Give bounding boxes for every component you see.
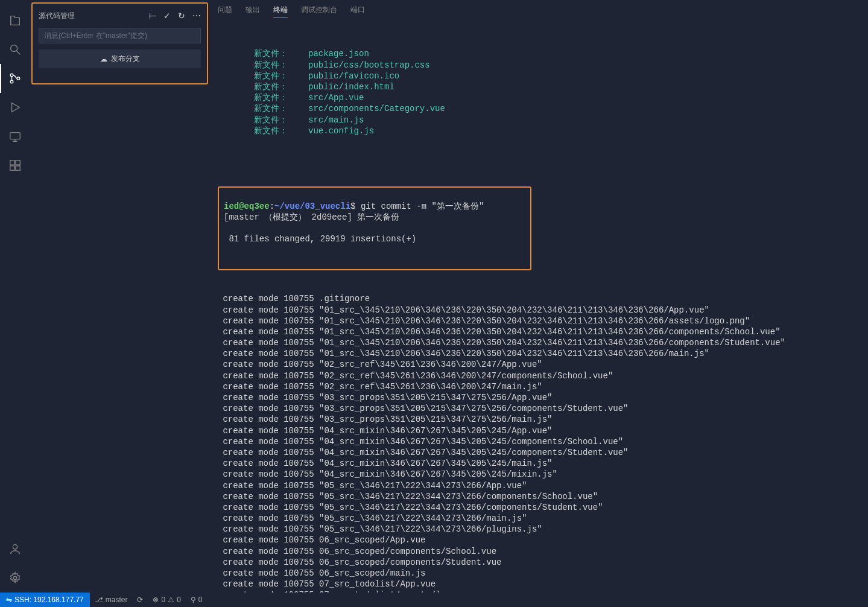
create-mode-line: create mode 100755 "05_src_\346\217\222\… (218, 513, 860, 524)
cloud-upload-icon: ☁ (100, 55, 107, 63)
svg-rect-8 (10, 160, 14, 165)
status-sync[interactable]: ⟳ (132, 596, 148, 604)
new-file-label: 新文件： (254, 92, 308, 103)
create-mode-line: create mode 100755 "01_src_\345\210\206\… (218, 337, 860, 348)
create-mode-line: create mode 100755 "04_src_mixin\346\267… (218, 447, 860, 458)
svg-rect-10 (10, 166, 14, 170)
settings-gear-icon[interactable] (0, 564, 30, 593)
publish-label: 发布分支 (111, 54, 140, 64)
source-control-sidebar: 源代码管理 ⊢ ✓ ↻ ⋯ ☁ 发布分支 (31, 2, 208, 84)
status-remote[interactable]: ⇋ SSH: 192.168.177.77 (0, 593, 90, 607)
new-file-label: 新文件： (254, 115, 308, 126)
tab-terminal[interactable]: 终端 (273, 5, 288, 18)
refresh-icon[interactable]: ↻ (178, 11, 185, 21)
new-file-label: 新文件： (254, 60, 308, 71)
commit-message-input[interactable] (39, 28, 201, 43)
create-mode-line: create mode 100755 "04_src_mixin\346\267… (218, 436, 860, 447)
create-mode-line: create mode 100755 07_src_todolist/App.v… (218, 579, 860, 590)
new-file-path: src/main.js (308, 115, 364, 126)
create-mode-line: create mode 100755 "05_src_\346\217\222\… (218, 524, 860, 535)
create-mode-line: create mode 100755 "02_src_ref\345\261\2… (218, 370, 860, 381)
new-file-label: 新文件： (254, 48, 308, 59)
status-branch[interactable]: ⎇ master (90, 596, 133, 604)
terminal-content[interactable]: 新文件：package.json新文件：public/css/bootstrap… (209, 22, 868, 593)
search-icon[interactable] (0, 35, 30, 64)
create-mode-line: create mode 100755 "03_src_props\351\205… (218, 392, 860, 403)
create-mode-line: create mode 100755 "04_src_mixin\346\267… (218, 425, 860, 436)
svg-point-12 (13, 545, 17, 549)
commit-check-icon[interactable]: ✓ (163, 11, 171, 21)
extensions-icon[interactable] (0, 151, 30, 180)
create-mode-line: create mode 100755 "01_src_\345\210\206\… (218, 305, 860, 316)
sync-icon: ⟳ (137, 596, 143, 604)
editor-area: 问题 输出 终端 调试控制台 端口 新文件：package.json新文件：pu… (209, 0, 868, 593)
new-file-path: public/css/bootstrap.css (308, 60, 430, 71)
svg-point-3 (10, 80, 13, 83)
create-mode-line: create mode 100755 06_src_scoped/main.js (218, 568, 860, 579)
explorer-icon[interactable] (0, 6, 30, 35)
new-file-line: 新文件：public/index.html (254, 81, 860, 92)
new-file-line: 新文件：public/css/bootstrap.css (254, 60, 860, 71)
new-file-path: public/index.html (308, 81, 394, 92)
more-actions-icon[interactable]: ⋯ (192, 11, 201, 21)
create-mode-line: create mode 100755 "05_src_\346\217\222\… (218, 480, 860, 491)
create-mode-line: create mode 100755 06_src_scoped/compone… (218, 557, 860, 568)
create-mode-line: create mode 100755 "04_src_mixin\346\267… (218, 469, 860, 480)
commit-output-highlight: ied@eq3ee:~/vue/03_vuecli$ git commit -m… (218, 186, 531, 270)
publish-branch-button[interactable]: ☁ 发布分支 (39, 49, 201, 68)
new-file-line: 新文件：src/components/Category.vue (254, 103, 860, 114)
tab-output[interactable]: 输出 (246, 5, 260, 18)
create-mode-line: create mode 100755 "01_src_\345\210\206\… (218, 316, 860, 326)
create-mode-line: create mode 100755 "02_src_ref\345\261\2… (218, 359, 860, 370)
new-file-path: package.json (308, 48, 369, 59)
svg-point-0 (11, 45, 17, 52)
tab-debug-console[interactable]: 调试控制台 (301, 5, 337, 18)
svg-point-2 (10, 74, 13, 77)
create-mode-line: create mode 100755 "02_src_ref\345\261\2… (218, 381, 860, 392)
new-file-line: 新文件：vue.config.js (254, 126, 860, 136)
new-file-line: 新文件：src/main.js (254, 115, 860, 126)
svg-point-4 (17, 77, 20, 80)
commit-result-line: [master （根提交） 2d09eee] 第一次备份 (224, 212, 525, 223)
tab-problems[interactable]: 问题 (218, 5, 232, 18)
create-mode-line: create mode 100755 "03_src_props\351\205… (218, 414, 860, 425)
new-file-label: 新文件： (254, 103, 308, 114)
new-file-path: public/favicon.ico (308, 71, 399, 81)
new-file-path: src/App.vue (308, 92, 364, 103)
tab-ports[interactable]: 端口 (350, 5, 365, 18)
create-mode-line: create mode 100755 "03_src_props\351\205… (218, 403, 860, 414)
view-tree-icon[interactable]: ⊢ (149, 11, 156, 21)
warning-icon: ⚠ (168, 596, 174, 604)
create-mode-line: create mode 100755 "01_src_\345\210\206\… (218, 348, 860, 359)
new-file-label: 新文件： (254, 71, 308, 81)
run-debug-icon[interactable] (0, 93, 30, 122)
svg-rect-11 (16, 166, 20, 170)
prompt-user: ied@eq3ee (224, 202, 270, 211)
create-mode-line: create mode 100755 .gitignore (218, 293, 860, 304)
status-problems[interactable]: ⊗0 ⚠0 (148, 596, 185, 604)
prompt-path: ~/vue/03_vuecli (274, 202, 350, 211)
create-mode-line: create mode 100755 "01_src_\345\210\206\… (218, 326, 860, 337)
commit-stats-line: 81 files changed, 29919 insertions(+) (224, 234, 525, 244)
status-bar: ⇋ SSH: 192.168.177.77 ⎇ master ⟳ ⊗0 ⚠0 ⚲… (0, 593, 868, 607)
svg-rect-5 (10, 133, 21, 139)
new-file-path: vue.config.js (308, 126, 374, 136)
svg-rect-9 (16, 160, 20, 165)
account-icon[interactable] (0, 535, 30, 564)
create-mode-line: create mode 100755 "05_src_\346\217\222\… (218, 502, 860, 513)
new-file-label: 新文件： (254, 126, 308, 136)
new-file-path: src/components/Category.vue (308, 103, 445, 114)
svg-point-13 (13, 576, 17, 580)
status-ports[interactable]: ⚲ 0 (186, 596, 207, 604)
new-file-line: 新文件：public/favicon.ico (254, 71, 860, 81)
remote-explorer-icon[interactable] (0, 122, 30, 151)
panel-tabs: 问题 输出 终端 调试控制台 端口 (209, 0, 868, 22)
remote-icon: ⇋ (6, 596, 12, 604)
error-icon: ⊗ (153, 596, 159, 604)
branch-icon: ⎇ (95, 596, 103, 604)
create-mode-line: create mode 100755 "04_src_mixin\346\267… (218, 458, 860, 469)
activity-bar (0, 0, 30, 593)
create-mode-line: create mode 100755 "05_src_\346\217\222\… (218, 491, 860, 502)
source-control-icon[interactable] (0, 64, 30, 93)
antenna-icon: ⚲ (191, 596, 196, 604)
